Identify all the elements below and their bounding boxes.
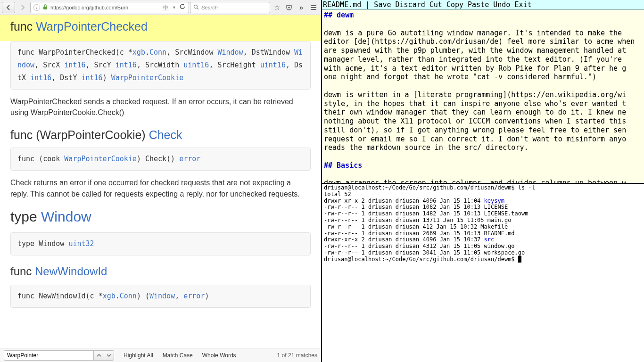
svg-line-10: [197, 8, 198, 9]
terminal-prompt: driusan@localhost:~/Code/Go/src/github.c…: [324, 185, 642, 191]
terminal-line: -rw-r--r-- 1 driusan driusan 412 Jan 15 …: [324, 224, 642, 230]
code-block-4: func NewWindowId(c *xgb.Conn) (Window, e…: [10, 285, 311, 308]
svg-point-9: [194, 5, 198, 8]
forward-button[interactable]: [16, 2, 29, 13]
terminal-line: drwxr-xr-x 2 driusan driusan 4096 Jan 15…: [324, 198, 642, 205]
find-prev-button[interactable]: [93, 350, 104, 361]
error-link[interactable]: error: [183, 292, 205, 300]
warppointerchecked-link[interactable]: WarpPointerChecked: [36, 20, 148, 33]
xgb-link[interactable]: xgb: [132, 48, 145, 57]
window-link[interactable]: Window: [217, 48, 243, 57]
highlight-all-button[interactable]: Highlight All: [124, 352, 153, 359]
search-placeholder: Search: [201, 5, 218, 10]
page-content: func WarpPointerChecked func WarpPointer…: [0, 15, 321, 348]
lock-icon: [43, 4, 48, 11]
func-newwindowid-heading: func NewWindowId: [10, 265, 311, 278]
code-block-3: type Window uint32: [10, 232, 311, 255]
svg-rect-0: [43, 7, 47, 9]
terminal-line: -rw-r--r-- 1 driusan driusan 1082 Jan 15…: [324, 204, 642, 211]
terminal-prompt: driusan@localhost:~/Code/Go/src/github.c…: [324, 256, 642, 263]
dropdown-icon[interactable]: ▼: [172, 5, 176, 10]
editor-h1: ## dewm: [324, 11, 642, 20]
editor-h2: ## Basics: [324, 161, 642, 170]
reload-icon[interactable]: [179, 3, 186, 11]
window-link[interactable]: Window: [149, 292, 175, 300]
desc-2: Check returns an error if one occurred f…: [10, 177, 311, 199]
func-warppointerchecked-heading: func WarpPointerChecked: [10, 20, 311, 33]
terminal-line: -rw-r--r-- 1 driusan driusan 2669 Jan 15…: [324, 230, 642, 237]
pocket-icon[interactable]: [283, 2, 295, 13]
xgb-link[interactable]: xgb: [103, 292, 116, 300]
conn-link[interactable]: Conn: [120, 292, 137, 300]
find-bar: Highlight All Match Case Whole Words 1 o…: [0, 348, 321, 362]
right-pane: README.md | Save Discard Cut Copy Paste …: [322, 0, 644, 362]
editor-body[interactable]: ## dewm dewm is a pure Go autotiling win…: [322, 10, 644, 184]
terminal-line: -rw-r--r-- 1 driusan driusan 1482 Jan 15…: [324, 211, 642, 217]
bookmark-icon[interactable]: ☆: [271, 2, 282, 13]
terminal-line: drwxr-xr-x 2 driusan driusan 4096 Jan 15…: [324, 237, 642, 243]
editor-window: README.md | Save Discard Cut Copy Paste …: [322, 0, 644, 184]
back-button[interactable]: [2, 2, 15, 13]
editor-p1: dewm is a pure Go autotiling window mana…: [324, 29, 642, 82]
info-icon[interactable]: i: [33, 4, 40, 11]
url-bar[interactable]: i https://godoc.org/github.com/Burn ▼: [30, 2, 189, 13]
int16-link[interactable]: int16: [116, 61, 137, 69]
terminal-line: -rw-r--r-- 1 driusan driusan 13711 Jan 1…: [324, 217, 642, 224]
conn-link[interactable]: Conn: [149, 48, 166, 57]
terminal-line: -rw-r--r-- 1 driusan driusan 3041 Jan 15…: [324, 250, 642, 256]
find-input[interactable]: [4, 350, 93, 361]
terminal-window[interactable]: driusan@localhost:~/Code/Go/src/github.c…: [322, 184, 644, 362]
search-bar[interactable]: Search: [190, 2, 270, 13]
newwindowid-link[interactable]: NewWindowId: [35, 265, 107, 278]
type-window-heading: type Window: [10, 209, 311, 225]
editor-p2: dewm is written in a [literate programmi…: [324, 90, 642, 152]
terminal-line: total 52: [324, 191, 642, 198]
cursor-icon: [518, 256, 521, 263]
uint32-link[interactable]: uint32: [68, 239, 94, 248]
window-type-link[interactable]: Window: [41, 209, 91, 224]
code-block-2: func (cook WarpPointerCookie) Check() er…: [10, 148, 311, 171]
code-block-1: func WarpPointerChecked(c *xgb.Conn, Src…: [10, 41, 311, 90]
warppointercookie-link[interactable]: WarpPointerCookie: [111, 74, 184, 82]
editor-tag-line[interactable]: README.md | Save Discard Cut Copy Paste …: [322, 0, 644, 10]
menu-icon[interactable]: [308, 2, 319, 13]
terminal-line: -rw-r--r-- 1 driusan driusan 4312 Jan 15…: [324, 243, 642, 250]
desc-1: WarpPointerChecked sends a checked reque…: [10, 96, 311, 118]
match-case-button[interactable]: Match Case: [163, 352, 193, 359]
int16-link[interactable]: int16: [30, 74, 51, 82]
search-icon: [193, 4, 199, 11]
browser-toolbar: i https://godoc.org/github.com/Burn ▼ Se…: [0, 0, 321, 15]
editor-p3: dewm arranges the screen into columns, a…: [324, 179, 642, 184]
uint16-link[interactable]: uint16: [260, 61, 286, 69]
uint16-link[interactable]: uint16: [183, 61, 209, 69]
check-link[interactable]: Check: [149, 128, 182, 141]
overflow-icon[interactable]: »: [296, 2, 307, 13]
reader-mode-icon[interactable]: [162, 5, 169, 10]
int16-link[interactable]: int16: [81, 74, 102, 82]
whole-words-button[interactable]: Whole Words: [202, 352, 236, 359]
find-next-button[interactable]: [104, 350, 114, 361]
int16-link[interactable]: int16: [64, 61, 85, 69]
browser-window: i https://godoc.org/github.com/Burn ▼ Se…: [0, 0, 322, 362]
warppointercookie-link[interactable]: WarpPointerCookie: [64, 155, 137, 163]
func-check-heading: func (WarpPointerCookie) Check: [10, 128, 311, 142]
error-link[interactable]: error: [179, 155, 200, 163]
url-text: https://godoc.org/github.com/Burn: [50, 5, 159, 10]
find-count: 1 of 21 matches: [277, 352, 317, 359]
